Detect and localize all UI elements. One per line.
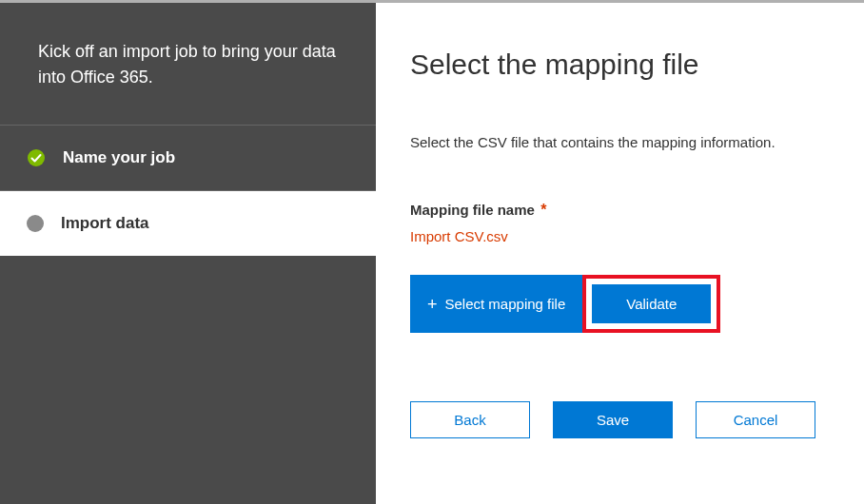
checkmark-icon [27,148,46,167]
step-label: Name your job [63,148,175,167]
svg-point-0 [28,149,45,166]
cancel-button[interactable]: Cancel [696,401,815,438]
page-title: Select the mapping file [410,48,830,81]
select-file-label: Select mapping file [445,296,566,312]
mapping-file-label: Mapping file name [410,202,535,218]
save-button[interactable]: Save [553,401,673,438]
required-indicator: * [540,202,546,218]
file-action-row: + Select mapping file Validate [410,275,830,333]
page-description: Select the CSV file that contains the ma… [410,134,830,150]
sidebar-step-import-data[interactable]: Import data [0,191,376,256]
plus-icon: + [427,296,438,313]
field-label-row: Mapping file name * [410,202,830,219]
validate-highlight: Validate [582,275,720,333]
dot-icon [27,215,44,232]
footer-buttons: Back Save Cancel [410,401,830,438]
selected-file-name: Import CSV.csv [410,228,830,244]
validate-button[interactable]: Validate [592,284,711,323]
sidebar-intro: Kick off an import job to bring your dat… [0,3,376,126]
wizard-container: Kick off an import job to bring your dat… [0,3,864,504]
sidebar-fill [0,256,376,504]
wizard-sidebar: Kick off an import job to bring your dat… [0,3,376,504]
main-panel: Select the mapping file Select the CSV f… [376,3,864,504]
step-label: Import data [61,214,149,233]
sidebar-step-name-job[interactable]: Name your job [0,126,376,191]
select-mapping-file-button[interactable]: + Select mapping file [410,275,582,333]
back-button[interactable]: Back [410,401,530,438]
